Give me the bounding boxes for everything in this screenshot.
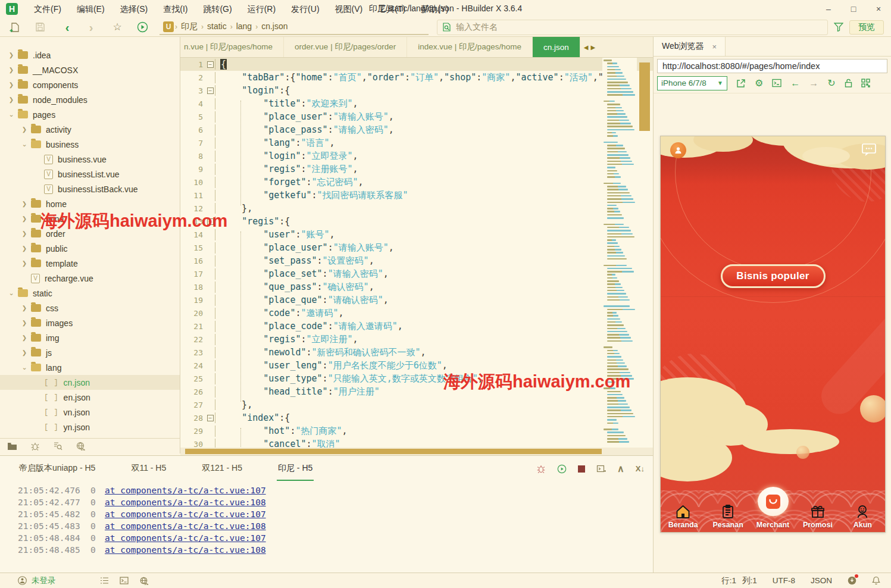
tree-chevron-icon[interactable]: ❯ (7, 82, 15, 88)
message-bubble-icon[interactable] (861, 143, 877, 157)
menu-item[interactable]: 发行(U) (283, 0, 327, 18)
tree-item-js[interactable]: ❯js (0, 345, 180, 360)
search-tab-icon[interactable] (53, 442, 62, 451)
fold-marker[interactable]: – (205, 87, 215, 94)
breadcrumb-segment[interactable]: 印尼 (181, 21, 198, 31)
code-line-9[interactable]: 9 "regis":"注册账号", (180, 162, 653, 176)
refresh-icon[interactable]: ↻ (827, 79, 835, 88)
code-line-16[interactable]: 16 "set_pass":"设置密码", (180, 254, 653, 267)
app-preview-viewport[interactable]: Bisnis populer BerandaPesananMerchantPro… (660, 136, 886, 533)
tree-item-img[interactable]: ❯img (0, 330, 180, 345)
tree-chevron-icon[interactable]: ⌄ (7, 111, 15, 118)
device-selector[interactable]: iPhone 6/7/8 ▼ (657, 76, 727, 90)
tree-chevron-icon[interactable]: ❯ (20, 245, 29, 252)
code-line-3[interactable]: 3– "login":{ (180, 84, 653, 97)
user-avatar-icon[interactable] (670, 142, 686, 158)
tree-item-business-vue[interactable]: Vbusiness.vue (0, 152, 180, 167)
collapse-panel-icon[interactable]: ∧ (617, 463, 624, 474)
code-line-18[interactable]: 18 "que_pass":"确认密码", (180, 280, 653, 293)
menu-item[interactable]: 跳转(G) (195, 0, 239, 18)
code-line-1[interactable]: 1–{ (180, 58, 653, 71)
editor-tab-3[interactable]: index.vue | 印尼/pages/home (407, 37, 533, 57)
tab-scroll-left-icon[interactable]: ◀ (584, 44, 589, 51)
cursor-line-indicator[interactable]: 行:1 (721, 576, 736, 586)
new-console-icon[interactable] (596, 464, 606, 474)
log-source-link[interactable]: at components/a-tc/a-tc.vue:107 (105, 509, 266, 521)
bookmark-star-icon[interactable]: ☆ (108, 20, 126, 35)
devtools-console-icon[interactable] (772, 79, 781, 87)
code-line-7[interactable]: 7 "lang":"语言", (180, 136, 653, 149)
language-mode-indicator[interactable]: JSON (811, 576, 832, 585)
code-line-17[interactable]: 17 "place_set":"请输入密码", (180, 267, 653, 280)
tree-item-static[interactable]: ⌄static (0, 286, 180, 301)
tree-item-activity[interactable]: ❯activity (0, 122, 180, 137)
code-line-4[interactable]: 4 "title":"欢迎来到", (180, 97, 653, 110)
debug-tab-icon[interactable] (30, 442, 40, 451)
log-source-link[interactable]: at components/a-tc/a-tc.vue:108 (105, 498, 266, 509)
maximize-button[interactable]: □ (841, 0, 866, 18)
fold-marker[interactable]: – (205, 415, 215, 421)
tree-item-yn-json[interactable]: [ ]yn.json (0, 420, 180, 434)
language-server-icon[interactable] (139, 577, 149, 585)
forward-arrow-icon[interactable]: → (809, 79, 818, 88)
stop-icon[interactable] (578, 465, 585, 473)
code-line-13[interactable]: 13– "regis":{ (180, 215, 653, 228)
breadcrumb-segment[interactable]: cn.json (261, 21, 287, 31)
open-external-icon[interactable] (736, 79, 746, 88)
nav-item-akun[interactable]: Akun (840, 490, 885, 532)
run-icon[interactable] (133, 20, 151, 35)
tree-chevron-icon[interactable]: ❯ (20, 320, 29, 326)
fold-marker[interactable]: – (205, 61, 215, 68)
encoding-indicator[interactable]: UTF-8 (773, 576, 795, 585)
terminal-icon[interactable] (120, 577, 129, 584)
tree-item-en-json[interactable]: [ ]en.json (0, 390, 180, 405)
tree-item-public[interactable]: ❯public (0, 241, 180, 256)
close-console-icon[interactable]: X↓ (636, 464, 645, 473)
code-line-21[interactable]: 21 "place_code":"请输入邀请码", (180, 320, 653, 333)
preview-button[interactable]: 预览 (849, 20, 884, 35)
save-icon[interactable] (31, 20, 49, 35)
tree-chevron-icon[interactable]: ⌄ (20, 364, 29, 371)
fold-collapse-icon[interactable]: – (207, 415, 214, 421)
tree-item--idea[interactable]: ❯.idea (0, 48, 180, 62)
fold-collapse-icon[interactable]: – (207, 61, 214, 68)
nav-item-promosi[interactable]: Promosi (795, 490, 840, 532)
code-line-23[interactable]: 23 "newold":"新密码和确认密码不一致", (180, 346, 653, 359)
new-file-icon[interactable] (6, 20, 24, 35)
menu-item[interactable]: 文件(F) (26, 0, 69, 18)
cursor-col-indicator[interactable]: 列:1 (742, 576, 757, 586)
notification-bell-icon[interactable] (872, 576, 880, 585)
tree-chevron-icon[interactable]: ❯ (20, 260, 29, 267)
code-line-30[interactable]: 30 "cancel":"取消" (180, 437, 653, 448)
tree-chevron-icon[interactable]: ❯ (20, 334, 29, 341)
tree-chevron-icon[interactable]: ⌄ (20, 140, 29, 148)
fold-collapse-icon[interactable]: – (207, 87, 214, 94)
console-tab[interactable]: 双121 - H5 (201, 457, 243, 481)
breadcrumb-segment[interactable]: lang (236, 21, 252, 31)
editor-tab-2[interactable]: order.vue | 印尼/pages/order (284, 37, 407, 57)
code-line-14[interactable]: 14 "user":"账号", (180, 228, 653, 241)
menu-item[interactable]: 视图(V) (327, 0, 371, 18)
minimize-button[interactable]: – (816, 0, 841, 18)
url-bar[interactable]: http://localhost:8080/#/pages/home/index (657, 59, 887, 73)
update-notification-icon[interactable] (848, 576, 856, 585)
tree-item-recharge-vue[interactable]: Vrecharge.vue (0, 271, 180, 286)
tree-item-images[interactable]: ❯images (0, 315, 180, 330)
tree-chevron-icon[interactable]: ❯ (7, 52, 15, 58)
code-line-22[interactable]: 22 "regis":"立即注册", (180, 333, 653, 346)
nav-item-beranda[interactable]: Beranda (661, 490, 705, 532)
nav-item-pesanan[interactable]: Pesanan (705, 490, 750, 532)
code-line-19[interactable]: 19 "place_que":"请确认密码", (180, 293, 653, 306)
code-line-12[interactable]: 12 }, (180, 202, 653, 215)
code-line-20[interactable]: 20 "code":"邀请码", (180, 306, 653, 320)
tree-item-business[interactable]: ⌄business (0, 137, 180, 152)
log-source-link[interactable]: at components/a-tc/a-tc.vue:107 (105, 486, 266, 498)
code-line-8[interactable]: 8 "login":"立即登录", (180, 149, 653, 162)
unlock-icon[interactable] (845, 79, 852, 87)
back-arrow-icon[interactable]: ← (790, 79, 800, 88)
console-tab[interactable]: 双11 - H5 (130, 457, 167, 481)
task-list-icon[interactable] (100, 577, 109, 584)
tree-chevron-icon[interactable]: ❯ (20, 230, 29, 237)
debug-bug-icon[interactable] (536, 464, 546, 474)
tree-item-node-modules[interactable]: ❯node_modules (0, 92, 180, 107)
